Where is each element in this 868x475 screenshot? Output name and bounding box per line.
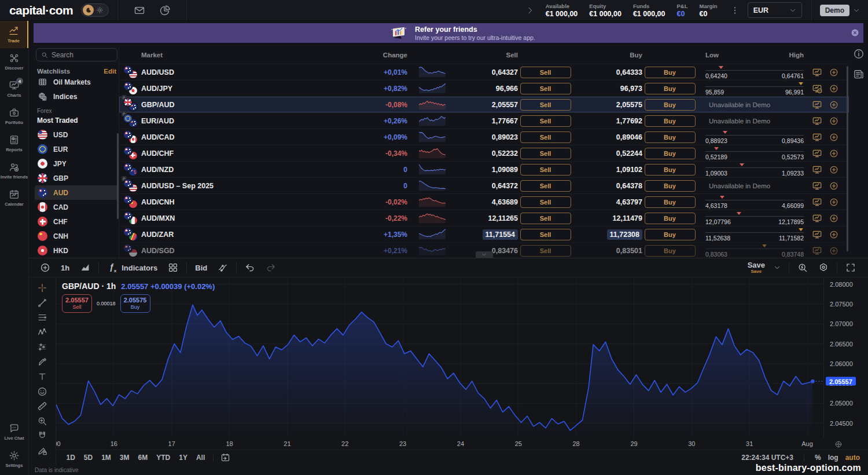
open-chart-icon[interactable]: [812, 148, 822, 159]
add-to-watchlist-icon[interactable]: [829, 68, 838, 77]
fib-tool-icon[interactable]: [37, 312, 47, 323]
watchlist-item-chf[interactable]: CHF: [35, 214, 119, 229]
chart-settings-button[interactable]: [813, 260, 834, 275]
nav-item-reports[interactable]: Reports: [0, 130, 28, 157]
market-row-aud-zar[interactable]: AUD/ZAR+1,35%11,71554Sell11,72308Buy11,5…: [119, 226, 849, 242]
chart-sell-button[interactable]: 2.05557 Sell: [62, 294, 92, 313]
sell-button[interactable]: Sell: [520, 245, 571, 257]
portfolio-pie-icon[interactable]: [159, 5, 171, 16]
watchlist-item-aud[interactable]: AUD: [35, 185, 119, 200]
market-row-aud-cnh[interactable]: AUD/CNH-0,02%4,63689Sell4,63797Buy4,6317…: [119, 193, 849, 210]
open-chart-icon[interactable]: [812, 213, 822, 224]
open-chart-icon[interactable]: [812, 197, 822, 207]
sell-button[interactable]: Sell: [520, 164, 571, 176]
add-to-watchlist-icon[interactable]: [829, 84, 838, 93]
nav-item-charts[interactable]: 4Charts: [0, 75, 28, 103]
open-chart-icon[interactable]: [812, 181, 822, 191]
sell-button[interactable]: Sell: [520, 131, 571, 143]
save-chevron[interactable]: [768, 260, 786, 275]
refer-friends-banner[interactable]: Refer your friends Invite your peers to …: [34, 23, 863, 43]
sell-button[interactable]: Sell: [520, 83, 571, 94]
text-tool-icon[interactable]: [37, 371, 47, 382]
magnet-tool-icon[interactable]: [37, 430, 47, 441]
range-1d[interactable]: 1D: [62, 454, 79, 462]
open-chart-icon[interactable]: [812, 165, 822, 175]
buy-button[interactable]: Buy: [645, 213, 696, 224]
market-row-aud-usd[interactable]: AUD/USD+0,01%0,64327Sell0,64333Buy0,6424…: [119, 64, 849, 80]
expand-table-chevron[interactable]: [476, 251, 493, 258]
add-to-watchlist-icon[interactable]: [829, 198, 838, 207]
currency-select[interactable]: EUR: [748, 2, 802, 18]
chart-buy-button[interactable]: 2.05575 Buy: [120, 294, 150, 313]
buy-button[interactable]: Buy: [645, 196, 696, 208]
info-icon[interactable]: [853, 48, 865, 60]
buy-button[interactable]: Buy: [645, 148, 696, 159]
market-row-aud-chf[interactable]: AUD/CHF-0,34%0,52232Sell0,52244Buy0,5218…: [119, 145, 849, 161]
market-row-aud-nzd[interactable]: AUD/NZD01,09089Sell1,09102Buy1,090031,09…: [119, 161, 849, 177]
layout-grid-button[interactable]: [163, 260, 183, 275]
more-options-icon[interactable]: [730, 6, 740, 15]
market-row-aud-mxn[interactable]: AUD/MXN-0,22%12,11265Sell12,11479Buy12,0…: [119, 210, 849, 226]
watchlist-group-oil-markets[interactable]: Oil Markets: [35, 75, 119, 89]
open-chart-icon[interactable]: [812, 229, 822, 240]
timeframe-button[interactable]: 1h: [56, 260, 75, 275]
crosshair-tool-icon[interactable]: [37, 283, 47, 293]
zoom-in-tool-icon[interactable]: [37, 416, 47, 426]
nav-item-trade[interactable]: Trade: [0, 21, 28, 48]
nav-item-live-chat[interactable]: Live Chat: [0, 418, 28, 445]
open-chart-icon[interactable]: [812, 83, 822, 94]
nav-item-settings[interactable]: Settings: [0, 445, 28, 473]
buy-button[interactable]: Buy: [645, 229, 696, 240]
watchlist-item-cad[interactable]: CAD: [35, 200, 119, 214]
fullscreen-button[interactable]: [840, 260, 861, 275]
nav-item-portfolio[interactable]: Portfolio: [0, 103, 28, 130]
add-to-watchlist-icon[interactable]: [829, 214, 838, 223]
sell-button[interactable]: Sell: [520, 180, 571, 192]
compare-button[interactable]: [212, 260, 233, 275]
nav-item-calendar[interactable]: Calendar: [0, 184, 28, 211]
demo-chevron-icon[interactable]: [853, 7, 860, 14]
market-row-aud-cad[interactable]: AUD/CAD+0,09%0,89023Sell0,89046Buy0,8892…: [119, 129, 849, 145]
watchlist-item-jpy[interactable]: JPY: [35, 156, 119, 171]
demo-mode-badge[interactable]: Demo: [820, 5, 849, 16]
alerts-button[interactable]: [792, 260, 813, 275]
pencil-lock-tool-icon[interactable]: [37, 445, 47, 456]
save-button[interactable]: Save Save: [744, 261, 768, 274]
add-to-watchlist-icon[interactable]: [829, 181, 838, 191]
axis-settings-icon[interactable]: [834, 440, 843, 448]
brush-tool-icon[interactable]: [37, 357, 47, 367]
market-row-aud-usd-sep-2025[interactable]: AUD/USD – Sep 202500,64372Sell0,64378Buy…: [119, 177, 849, 193]
trendline-tool-icon[interactable]: [37, 298, 47, 308]
indicators-button[interactable]: ƒxIndicators: [102, 260, 163, 275]
time-axis[interactable]: :00161718212223242528293031Aug: [56, 438, 823, 450]
search-box[interactable]: [36, 48, 117, 61]
sell-button[interactable]: Sell: [520, 67, 571, 78]
bid-button[interactable]: Bid: [190, 260, 212, 275]
range-ytd[interactable]: YTD: [152, 454, 175, 462]
add-symbol-button[interactable]: [35, 260, 56, 275]
add-to-watchlist-icon[interactable]: [829, 100, 838, 109]
add-to-watchlist-icon[interactable]: [829, 149, 838, 158]
sell-button[interactable]: Sell: [520, 196, 571, 208]
range-6m[interactable]: 6M: [134, 454, 152, 462]
open-chart-icon[interactable]: [812, 116, 822, 126]
clock-label[interactable]: 22:24:34 UTC+3: [741, 454, 793, 462]
range-3m[interactable]: 3M: [115, 454, 134, 462]
market-row-eur-aud[interactable]: EUR/AUD+0,26%1,77667Sell1,77692BuyUnavai…: [119, 112, 849, 129]
buy-button[interactable]: Buy: [645, 115, 696, 127]
sell-button[interactable]: Sell: [520, 229, 571, 240]
buy-button[interactable]: Buy: [645, 164, 696, 176]
undo-button[interactable]: [240, 260, 260, 275]
add-to-watchlist-icon[interactable]: [829, 246, 838, 255]
price-chart[interactable]: [56, 277, 823, 438]
chart-type-button[interactable]: [75, 260, 95, 275]
buy-button[interactable]: Buy: [645, 131, 696, 143]
watchlist-group-indices[interactable]: Indices: [35, 89, 119, 104]
buy-button[interactable]: Buy: [645, 245, 696, 257]
auto-scale-button[interactable]: auto: [845, 454, 860, 462]
ruler-tool-icon[interactable]: [37, 401, 47, 411]
watchlist-item-eur[interactable]: EUR: [35, 142, 119, 156]
theme-toggle[interactable]: [81, 3, 109, 17]
emoji-tool-icon[interactable]: [37, 386, 47, 397]
log-scale-button[interactable]: log: [828, 454, 838, 462]
